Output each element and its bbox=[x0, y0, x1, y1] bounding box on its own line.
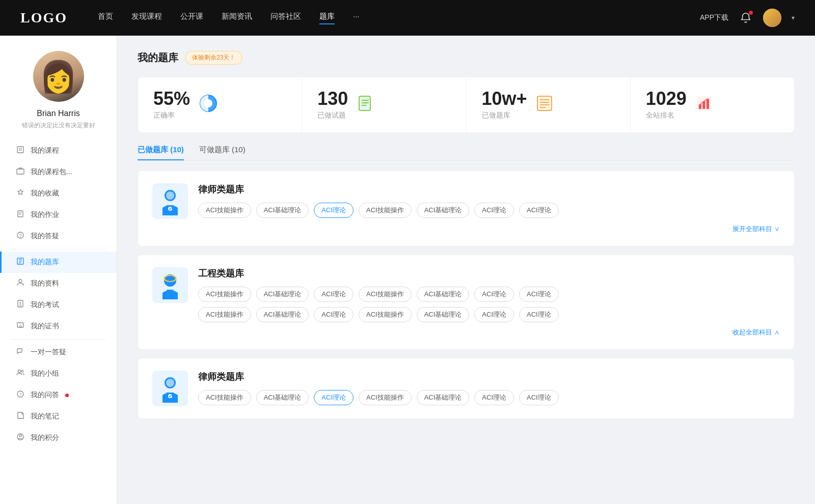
sidebar-item-myqa[interactable]: ? 我的问答 bbox=[0, 384, 117, 406]
tag-1-9[interactable]: ACI理论 bbox=[314, 307, 354, 322]
tag-1-7[interactable]: ACI技能操作 bbox=[198, 307, 251, 322]
tag-1-8[interactable]: ACI基础理论 bbox=[256, 307, 309, 322]
tag-1-6[interactable]: ACI理论 bbox=[519, 287, 559, 302]
tag-2-3[interactable]: ACI技能操作 bbox=[359, 390, 412, 405]
stat-ranking-label: 全站排名 bbox=[646, 111, 687, 120]
tag-2-0[interactable]: ACI技能操作 bbox=[198, 390, 251, 405]
tag-2-4[interactable]: ACI基础理论 bbox=[417, 390, 470, 405]
course-packages-icon bbox=[15, 167, 25, 177]
qbank-icon bbox=[15, 257, 25, 267]
sidebar-avatar-image bbox=[33, 51, 84, 102]
tag-0-0[interactable]: ACI技能操作 bbox=[198, 203, 251, 218]
tag-1-3[interactable]: ACI技能操作 bbox=[359, 287, 412, 302]
tag-1-5[interactable]: ACI理论 bbox=[474, 287, 514, 302]
sidebar-item-qbank[interactable]: 我的题库 bbox=[0, 251, 117, 273]
main-content: 我的题库 体验剩余23天！ 55% 正确率 bbox=[117, 36, 815, 504]
sidebar-label-group: 我的小组 bbox=[31, 369, 59, 378]
sidebar-item-homework[interactable]: 我的作业 bbox=[0, 204, 117, 226]
nav-news[interactable]: 新闻资讯 bbox=[222, 12, 252, 24]
sidebar-item-profile[interactable]: 我的资料 bbox=[0, 273, 117, 294]
tag-1-4[interactable]: ACI基础理论 bbox=[417, 287, 470, 302]
svg-point-20 bbox=[18, 370, 21, 373]
tag-0-5[interactable]: ACI理论 bbox=[474, 203, 514, 218]
tag-0-1[interactable]: ACI基础理论 bbox=[256, 203, 309, 218]
qbank-tags-2: ACI技能操作 ACI基础理论 ACI理论 ACI技能操作 ACI基础理论 AC… bbox=[198, 390, 780, 405]
nav-more[interactable]: ··· bbox=[353, 12, 360, 24]
sidebar-item-certificate[interactable]: 我的证书 bbox=[0, 316, 117, 337]
sidebar-item-1on1[interactable]: 一对一答疑 bbox=[0, 342, 117, 363]
qbank-title-2: 律师类题库 bbox=[198, 371, 780, 383]
trial-badge: 体验剩余23天！ bbox=[185, 51, 242, 65]
tag-1-1[interactable]: ACI基础理论 bbox=[256, 287, 309, 302]
tag-1-10[interactable]: ACI技能操作 bbox=[359, 307, 412, 322]
sidebar-label-points: 我的积分 bbox=[31, 433, 59, 442]
tag-0-6[interactable]: ACI理论 bbox=[519, 203, 559, 218]
favorites-icon bbox=[15, 188, 25, 199]
qbank-card-0: 律师类题库 ACI技能操作 ACI基础理论 ACI理论 ACI技能操作 ACI基… bbox=[138, 171, 795, 246]
tag-2-1[interactable]: ACI基础理论 bbox=[256, 390, 309, 405]
page-title: 我的题库 bbox=[138, 51, 178, 65]
stat-done-banks: 10w+ 已做题库 bbox=[467, 77, 631, 132]
tag-1-0[interactable]: ACI技能操作 bbox=[198, 287, 251, 302]
tag-0-4[interactable]: ACI基础理论 bbox=[417, 203, 470, 218]
sidebar-item-exam[interactable]: 我的考试 bbox=[0, 294, 117, 316]
stat-done-questions-value: 130 bbox=[317, 90, 348, 108]
sidebar-label-profile: 我的资料 bbox=[31, 279, 59, 288]
tab-available-banks[interactable]: 可做题库 (10) bbox=[199, 145, 246, 160]
qbank-icon-engineer-1 bbox=[152, 267, 188, 303]
qbank-footer-1: 收起全部科目 ∧ bbox=[152, 327, 780, 337]
svg-rect-4 bbox=[18, 211, 23, 217]
nav-right: APP下载 ▾ bbox=[700, 9, 795, 27]
navbar: LOGO 首页 发现课程 公开课 新闻资讯 问答社区 题库 ··· APP下载 … bbox=[0, 0, 815, 36]
sidebar-item-favorites[interactable]: 我的收藏 bbox=[0, 183, 117, 204]
tag-0-3[interactable]: ACI技能操作 bbox=[359, 203, 412, 218]
stat-accuracy-value: 55% bbox=[153, 90, 190, 108]
tab-done-banks[interactable]: 已做题库 (10) bbox=[138, 145, 184, 160]
sidebar-label-my-qa: 我的答疑 bbox=[31, 232, 59, 241]
expand-btn-0[interactable]: 展开全部科目 ∨ bbox=[732, 225, 780, 233]
stat-ranking: 1029 全站排名 bbox=[631, 77, 794, 132]
sidebar-item-courses[interactable]: 我的课程 bbox=[0, 140, 117, 161]
avatar[interactable] bbox=[763, 9, 781, 27]
1on1-icon bbox=[15, 347, 25, 357]
sidebar-label-notes: 我的笔记 bbox=[31, 412, 59, 421]
nav-qbank[interactable]: 题库 bbox=[319, 12, 335, 24]
nav-discover[interactable]: 发现课程 bbox=[131, 12, 162, 24]
sidebar-item-my-qa[interactable]: ? 我的答疑 bbox=[0, 226, 117, 247]
tag-2-6[interactable]: ACI理论 bbox=[519, 390, 559, 405]
notes-icon bbox=[15, 411, 25, 422]
avatar-chevron[interactable]: ▾ bbox=[792, 14, 795, 21]
tag-1-12[interactable]: ACI理论 bbox=[474, 307, 514, 322]
app-download-btn[interactable]: APP下载 bbox=[700, 13, 728, 22]
sidebar-item-group[interactable]: 我的小组 bbox=[0, 363, 117, 384]
nav-home[interactable]: 首页 bbox=[98, 12, 113, 24]
expand-btn-1[interactable]: 收起全部科目 ∧ bbox=[732, 328, 780, 336]
svg-point-50 bbox=[166, 379, 174, 387]
page-header: 我的题库 体验剩余23天！ bbox=[138, 51, 795, 65]
notification-bell[interactable] bbox=[739, 11, 753, 25]
myqa-icon: ? bbox=[15, 390, 25, 400]
svg-point-21 bbox=[21, 370, 23, 372]
profile-icon bbox=[15, 278, 25, 289]
nav-qa[interactable]: 问答社区 bbox=[270, 12, 301, 24]
qbank-title-0: 律师类题库 bbox=[198, 183, 780, 195]
tag-1-13[interactable]: ACI理论 bbox=[519, 307, 559, 322]
sidebar-item-course-packages[interactable]: 我的课程包... bbox=[0, 161, 117, 183]
tag-2-2[interactable]: ACI理论 bbox=[314, 390, 354, 405]
nav-opencourse[interactable]: 公开课 bbox=[180, 12, 203, 24]
svg-text:?: ? bbox=[19, 233, 21, 238]
page-layout: Brian Harris 错误的决定比没有决定要好 我的课程 我的课程包... … bbox=[0, 36, 815, 504]
sidebar-label-course-packages: 我的课程包... bbox=[31, 167, 72, 177]
stat-done-questions: 130 已做试题 bbox=[302, 77, 466, 132]
tag-1-11[interactable]: ACI基础理论 bbox=[417, 307, 470, 322]
sidebar-avatar bbox=[33, 51, 84, 102]
stat-accuracy-label: 正确率 bbox=[153, 111, 190, 120]
sidebar-item-points[interactable]: 我的积分 bbox=[0, 427, 117, 449]
tag-0-2[interactable]: ACI理论 bbox=[314, 203, 354, 218]
sidebar-user-motto: 错误的决定比没有决定要好 bbox=[22, 121, 95, 130]
tag-1-2[interactable]: ACI理论 bbox=[314, 287, 354, 302]
exam-icon bbox=[15, 300, 25, 310]
sidebar-label-courses: 我的课程 bbox=[31, 146, 59, 155]
sidebar-item-notes[interactable]: 我的笔记 bbox=[0, 406, 117, 427]
tag-2-5[interactable]: ACI理论 bbox=[474, 390, 514, 405]
